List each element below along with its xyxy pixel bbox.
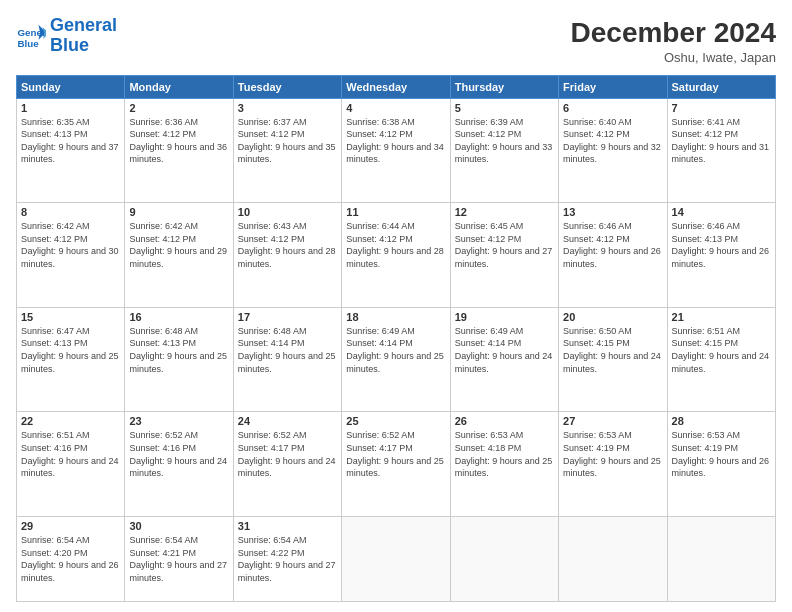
- table-row: 22Sunrise: 6:51 AMSunset: 4:16 PMDayligh…: [17, 412, 125, 517]
- day-number: 10: [238, 206, 337, 218]
- day-number: 14: [672, 206, 771, 218]
- day-info: Sunrise: 6:41 AMSunset: 4:12 PMDaylight:…: [672, 116, 771, 166]
- table-row: 2Sunrise: 6:36 AMSunset: 4:12 PMDaylight…: [125, 98, 233, 203]
- logo-text: General Blue: [50, 16, 117, 56]
- day-number: 23: [129, 415, 228, 427]
- col-tuesday: Tuesday: [233, 75, 341, 98]
- day-number: 9: [129, 206, 228, 218]
- logo-line1: General: [50, 15, 117, 35]
- day-info: Sunrise: 6:39 AMSunset: 4:12 PMDaylight:…: [455, 116, 554, 166]
- week-row-1: 1Sunrise: 6:35 AMSunset: 4:13 PMDaylight…: [17, 98, 776, 203]
- day-number: 28: [672, 415, 771, 427]
- day-info: Sunrise: 6:47 AMSunset: 4:13 PMDaylight:…: [21, 325, 120, 375]
- day-info: Sunrise: 6:38 AMSunset: 4:12 PMDaylight:…: [346, 116, 445, 166]
- table-row: 3Sunrise: 6:37 AMSunset: 4:12 PMDaylight…: [233, 98, 341, 203]
- logo-line2: Blue: [50, 35, 89, 55]
- month-title: December 2024: [571, 16, 776, 50]
- day-number: 27: [563, 415, 662, 427]
- logo: General Blue General Blue: [16, 16, 117, 56]
- col-monday: Monday: [125, 75, 233, 98]
- table-row: 26Sunrise: 6:53 AMSunset: 4:18 PMDayligh…: [450, 412, 558, 517]
- table-row: [342, 517, 450, 602]
- day-info: Sunrise: 6:49 AMSunset: 4:14 PMDaylight:…: [455, 325, 554, 375]
- day-number: 20: [563, 311, 662, 323]
- day-info: Sunrise: 6:42 AMSunset: 4:12 PMDaylight:…: [21, 220, 120, 270]
- table-row: 21Sunrise: 6:51 AMSunset: 4:15 PMDayligh…: [667, 307, 775, 412]
- week-row-2: 8Sunrise: 6:42 AMSunset: 4:12 PMDaylight…: [17, 203, 776, 308]
- table-row: 11Sunrise: 6:44 AMSunset: 4:12 PMDayligh…: [342, 203, 450, 308]
- day-info: Sunrise: 6:43 AMSunset: 4:12 PMDaylight:…: [238, 220, 337, 270]
- table-row: 20Sunrise: 6:50 AMSunset: 4:15 PMDayligh…: [559, 307, 667, 412]
- table-row: 10Sunrise: 6:43 AMSunset: 4:12 PMDayligh…: [233, 203, 341, 308]
- day-info: Sunrise: 6:46 AMSunset: 4:13 PMDaylight:…: [672, 220, 771, 270]
- table-row: 17Sunrise: 6:48 AMSunset: 4:14 PMDayligh…: [233, 307, 341, 412]
- day-info: Sunrise: 6:48 AMSunset: 4:14 PMDaylight:…: [238, 325, 337, 375]
- table-row: 18Sunrise: 6:49 AMSunset: 4:14 PMDayligh…: [342, 307, 450, 412]
- table-row: 12Sunrise: 6:45 AMSunset: 4:12 PMDayligh…: [450, 203, 558, 308]
- day-info: Sunrise: 6:54 AMSunset: 4:21 PMDaylight:…: [129, 534, 228, 584]
- day-number: 18: [346, 311, 445, 323]
- day-number: 13: [563, 206, 662, 218]
- day-info: Sunrise: 6:52 AMSunset: 4:16 PMDaylight:…: [129, 429, 228, 479]
- col-thursday: Thursday: [450, 75, 558, 98]
- table-row: 4Sunrise: 6:38 AMSunset: 4:12 PMDaylight…: [342, 98, 450, 203]
- table-row: 31Sunrise: 6:54 AMSunset: 4:22 PMDayligh…: [233, 517, 341, 602]
- day-number: 30: [129, 520, 228, 532]
- table-row: 24Sunrise: 6:52 AMSunset: 4:17 PMDayligh…: [233, 412, 341, 517]
- day-number: 25: [346, 415, 445, 427]
- title-block: December 2024 Oshu, Iwate, Japan: [571, 16, 776, 65]
- day-info: Sunrise: 6:48 AMSunset: 4:13 PMDaylight:…: [129, 325, 228, 375]
- day-info: Sunrise: 6:45 AMSunset: 4:12 PMDaylight:…: [455, 220, 554, 270]
- table-row: 7Sunrise: 6:41 AMSunset: 4:12 PMDaylight…: [667, 98, 775, 203]
- col-friday: Friday: [559, 75, 667, 98]
- day-number: 5: [455, 102, 554, 114]
- day-info: Sunrise: 6:37 AMSunset: 4:12 PMDaylight:…: [238, 116, 337, 166]
- day-info: Sunrise: 6:46 AMSunset: 4:12 PMDaylight:…: [563, 220, 662, 270]
- col-wednesday: Wednesday: [342, 75, 450, 98]
- day-info: Sunrise: 6:51 AMSunset: 4:16 PMDaylight:…: [21, 429, 120, 479]
- day-info: Sunrise: 6:53 AMSunset: 4:19 PMDaylight:…: [672, 429, 771, 479]
- week-row-4: 22Sunrise: 6:51 AMSunset: 4:16 PMDayligh…: [17, 412, 776, 517]
- header-row: Sunday Monday Tuesday Wednesday Thursday…: [17, 75, 776, 98]
- day-info: Sunrise: 6:49 AMSunset: 4:14 PMDaylight:…: [346, 325, 445, 375]
- table-row: 29Sunrise: 6:54 AMSunset: 4:20 PMDayligh…: [17, 517, 125, 602]
- svg-text:Blue: Blue: [18, 37, 40, 48]
- day-info: Sunrise: 6:40 AMSunset: 4:12 PMDaylight:…: [563, 116, 662, 166]
- day-info: Sunrise: 6:52 AMSunset: 4:17 PMDaylight:…: [346, 429, 445, 479]
- day-info: Sunrise: 6:35 AMSunset: 4:13 PMDaylight:…: [21, 116, 120, 166]
- table-row: 19Sunrise: 6:49 AMSunset: 4:14 PMDayligh…: [450, 307, 558, 412]
- table-row: 16Sunrise: 6:48 AMSunset: 4:13 PMDayligh…: [125, 307, 233, 412]
- day-number: 16: [129, 311, 228, 323]
- day-info: Sunrise: 6:50 AMSunset: 4:15 PMDaylight:…: [563, 325, 662, 375]
- day-info: Sunrise: 6:53 AMSunset: 4:18 PMDaylight:…: [455, 429, 554, 479]
- table-row: 6Sunrise: 6:40 AMSunset: 4:12 PMDaylight…: [559, 98, 667, 203]
- day-info: Sunrise: 6:36 AMSunset: 4:12 PMDaylight:…: [129, 116, 228, 166]
- day-info: Sunrise: 6:42 AMSunset: 4:12 PMDaylight:…: [129, 220, 228, 270]
- day-number: 1: [21, 102, 120, 114]
- table-row: [559, 517, 667, 602]
- day-number: 7: [672, 102, 771, 114]
- logo-icon: General Blue: [16, 21, 46, 51]
- day-number: 22: [21, 415, 120, 427]
- day-number: 3: [238, 102, 337, 114]
- table-row: 8Sunrise: 6:42 AMSunset: 4:12 PMDaylight…: [17, 203, 125, 308]
- day-info: Sunrise: 6:53 AMSunset: 4:19 PMDaylight:…: [563, 429, 662, 479]
- day-info: Sunrise: 6:54 AMSunset: 4:22 PMDaylight:…: [238, 534, 337, 584]
- day-number: 19: [455, 311, 554, 323]
- day-number: 12: [455, 206, 554, 218]
- day-number: 8: [21, 206, 120, 218]
- day-number: 15: [21, 311, 120, 323]
- table-row: 5Sunrise: 6:39 AMSunset: 4:12 PMDaylight…: [450, 98, 558, 203]
- table-row: [450, 517, 558, 602]
- table-row: 30Sunrise: 6:54 AMSunset: 4:21 PMDayligh…: [125, 517, 233, 602]
- day-number: 31: [238, 520, 337, 532]
- table-row: 14Sunrise: 6:46 AMSunset: 4:13 PMDayligh…: [667, 203, 775, 308]
- table-row: 27Sunrise: 6:53 AMSunset: 4:19 PMDayligh…: [559, 412, 667, 517]
- table-row: 15Sunrise: 6:47 AMSunset: 4:13 PMDayligh…: [17, 307, 125, 412]
- day-number: 17: [238, 311, 337, 323]
- day-number: 21: [672, 311, 771, 323]
- week-row-5: 29Sunrise: 6:54 AMSunset: 4:20 PMDayligh…: [17, 517, 776, 602]
- day-info: Sunrise: 6:51 AMSunset: 4:15 PMDaylight:…: [672, 325, 771, 375]
- day-info: Sunrise: 6:52 AMSunset: 4:17 PMDaylight:…: [238, 429, 337, 479]
- table-row: 1Sunrise: 6:35 AMSunset: 4:13 PMDaylight…: [17, 98, 125, 203]
